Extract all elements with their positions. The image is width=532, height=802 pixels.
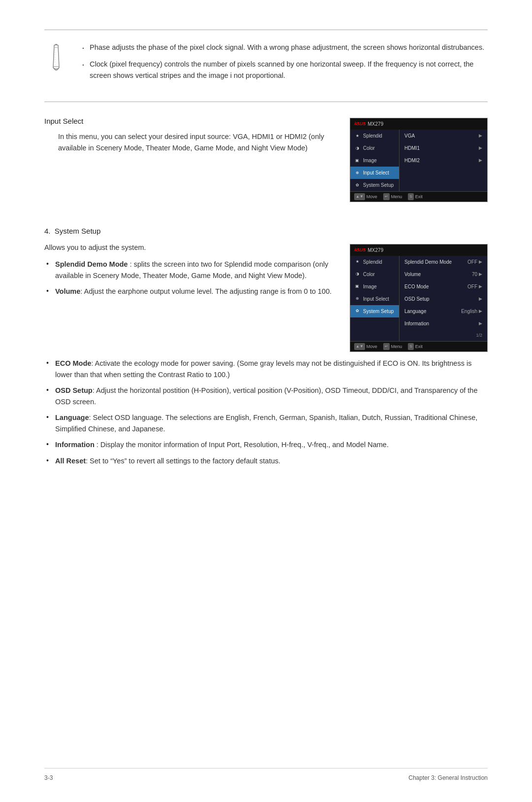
osd-left-panel-sys: ★ Splendid ◑ Color ▣ Image — [350, 256, 399, 342]
exit-icon-sys: S — [408, 343, 413, 350]
splendid-icon-sys: ★ — [354, 259, 360, 265]
osd-sys-eco-mode: ECO Mode OFF ▶ — [399, 280, 487, 293]
bullet-language: Language: Select OSD language. The selec… — [44, 412, 488, 434]
osd-right-vga: VGA ▶ — [399, 130, 487, 142]
system-setup-text: Allows you to adjust the system. Splendi… — [44, 242, 335, 302]
osd-sys-image: ▣ Image — [350, 280, 399, 293]
bullet-osd-setup: OSD Setup: Adjust the horizontal postiti… — [44, 385, 488, 407]
footer-menu: ↵ Menu — [383, 193, 402, 200]
bullet-volume: Volume: Adjust the earphone output volum… — [44, 286, 335, 297]
menu-icon: ↵ — [383, 193, 390, 200]
menu-icon-sys: ↵ — [383, 343, 390, 350]
osd-item-input-select: ⊕ Input Select — [350, 167, 399, 179]
splendid-icon: ★ — [354, 133, 360, 139]
osd-sys-information: Information ▶ — [399, 317, 487, 330]
osd-sys-osd-setup: OSD Setup ▶ — [399, 293, 487, 305]
osd-sys-splendid-demo: Splendid Demo Mode OFF ▶ — [399, 256, 487, 268]
footer-exit: S Exit — [408, 193, 422, 200]
input-select-text: Input Select In this menu, you can selec… — [44, 116, 335, 202]
osd-item-system-setup: ✿ System Setup — [350, 179, 399, 191]
osd-right-panel-sys: Splendid Demo Mode OFF ▶ Volume 70 — [399, 256, 487, 342]
image-icon-sys: ▣ — [354, 283, 360, 289]
asus-logo-sys: /ISUS — [354, 247, 366, 254]
color-icon-sys: ◑ — [354, 271, 360, 277]
note-section: Phase adjusts the phase of the pixel clo… — [44, 42, 488, 87]
move-icon-sys: ▲▼ — [354, 343, 365, 350]
footer-sys-move: ▲▼ Move — [354, 343, 377, 350]
note-item-phase: Phase adjusts the phase of the pixel clo… — [80, 42, 488, 53]
footer-sys-menu: ↵ Menu — [383, 343, 402, 350]
system-setup-body: Allows you to adjust the system. Splendi… — [44, 242, 488, 352]
system-setup-desc: Allows you to adjust the system. — [44, 242, 335, 253]
osd-sys-language: Language English ▶ — [399, 305, 487, 317]
image-icon: ▣ — [354, 158, 360, 164]
osd-sys-splendid: ★ Splendid — [350, 256, 399, 268]
input-select-icon: ⊕ — [354, 170, 360, 176]
osd-footer-sys: ▲▼ Move ↵ Menu S Exit — [350, 341, 487, 351]
osd-right-hdmi1: HDMI1 ▶ — [399, 142, 487, 154]
input-select-menu-screenshot: /ISUS MX279 ★ Splendid ◑ Color — [350, 118, 488, 202]
system-setup-section: 4. System Setup Allows you to adjust the… — [44, 226, 488, 466]
osd-footer-input: ▲▼ Move ↵ Menu S Exit — [350, 191, 487, 202]
osd-right-panel: VGA ▶ HDMI1 ▶ HDMI2 ▶ — [399, 130, 487, 191]
osd-sys-volume: Volume 70 ▶ — [399, 268, 487, 280]
bullet-splendid-demo: Splendid Demo Mode : splits the screen i… — [44, 259, 335, 281]
osd-header-sys: /ISUS MX279 — [350, 244, 487, 256]
move-icon: ▲▼ — [354, 193, 365, 200]
color-icon: ◑ — [354, 145, 360, 151]
osd-sys-system-setup: ✿ System Setup — [350, 305, 399, 317]
footer-move: ▲▼ Move — [354, 193, 377, 200]
input-icon-sys: ⊕ — [354, 296, 360, 302]
exit-icon: S — [408, 193, 413, 200]
model-name-sys: MX279 — [368, 246, 384, 254]
system-setup-bullets: Splendid Demo Mode : splits the screen i… — [44, 259, 335, 297]
system-setup-bullets-extra: ECO Mode: Activate the ecology mode for … — [44, 358, 488, 466]
osd-body-sys: ★ Splendid ◑ Color ▣ Image — [350, 256, 487, 342]
system-setup-icon: ✿ — [354, 182, 360, 188]
osd-menu-system-setup: /ISUS MX279 ★ Splendid ◑ Color — [350, 244, 488, 352]
system-setup-menu-screenshot: /ISUS MX279 ★ Splendid ◑ Color — [350, 244, 488, 352]
bullet-information: Information : Display the monitor inform… — [44, 439, 488, 450]
osd-left-panel: ★ Splendid ◑ Color ▣ Image ⊕ — [350, 130, 399, 191]
page-footer: 3-3 Chapter 3: General Instruction — [44, 768, 488, 782]
osd-right-hdmi2: HDMI2 ▶ — [399, 154, 487, 167]
osd-sys-color: ◑ Color — [350, 268, 399, 280]
osd-sys-page-indicator: 1/2 — [399, 330, 487, 342]
note-item-clock: Clock (pixel frequency) controls the num… — [80, 59, 488, 81]
bullet-eco-mode: ECO Mode: Activate the ecology mode for … — [44, 358, 488, 380]
osd-sys-input-select: ⊕ Input Select — [350, 293, 399, 305]
input-select-section: Input Select In this menu, you can selec… — [44, 116, 488, 202]
pen-icon — [44, 43, 68, 87]
bullet-all-reset: All Reset: Set to “Yes” to revert all se… — [44, 455, 488, 466]
asus-logo: /ISUS — [354, 121, 366, 128]
osd-menu-input-select: /ISUS MX279 ★ Splendid ◑ Color — [350, 118, 488, 202]
osd-item-splendid: ★ Splendid — [350, 130, 399, 142]
footer-sys-exit: S Exit — [408, 343, 422, 350]
top-divider — [44, 30, 488, 30]
osd-item-image: ▣ Image — [350, 154, 399, 167]
page-number: 3-3 — [44, 773, 53, 782]
setup-icon-sys: ✿ — [354, 308, 360, 314]
input-select-heading: Input Select — [44, 116, 335, 127]
bottom-divider — [44, 102, 488, 102]
chapter-title: Chapter 3: General Instruction — [408, 773, 488, 782]
system-setup-heading: 4. System Setup — [44, 226, 488, 237]
model-name: MX279 — [368, 120, 384, 128]
osd-body: ★ Splendid ◑ Color ▣ Image ⊕ — [350, 130, 487, 191]
osd-header: /ISUS MX279 — [350, 118, 487, 130]
osd-item-color: ◑ Color — [350, 142, 399, 154]
input-select-description: In this menu, you can select your desire… — [44, 131, 335, 154]
note-bullets: Phase adjusts the phase of the pixel clo… — [80, 42, 488, 87]
